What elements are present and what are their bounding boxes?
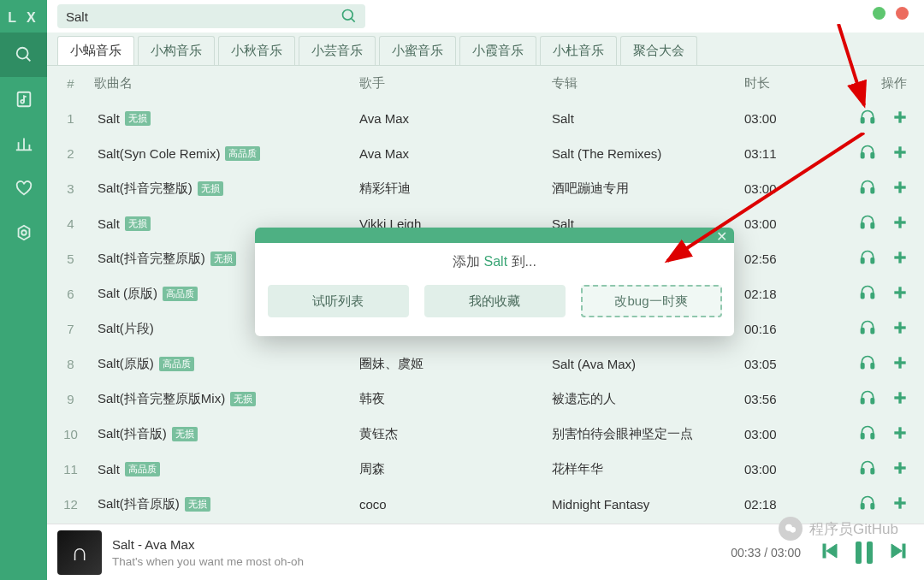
svg-rect-45 — [871, 399, 874, 404]
svg-rect-41 — [871, 364, 874, 369]
modal-option-1[interactable]: 我的收藏 — [424, 285, 566, 317]
row-length: 03:00 — [744, 462, 838, 476]
row-name: Salt(抖音原版)无损 — [94, 496, 359, 512]
modal-close-button[interactable]: ✕ — [714, 228, 729, 245]
table-row[interactable]: 12Salt(抖音原版)无损cocoMidnight Fantasy02:18 — [47, 487, 924, 522]
headphone-icon — [859, 319, 876, 336]
plus-icon — [891, 389, 909, 406]
pause-button[interactable] — [856, 542, 873, 564]
row-index: 8 — [47, 357, 94, 371]
row-name: Salt无损 — [94, 111, 359, 126]
listen-button[interactable] — [859, 459, 876, 479]
sidebar-item-library[interactable] — [0, 77, 47, 121]
quality-badge: 无损 — [210, 252, 236, 266]
add-button[interactable] — [891, 144, 909, 163]
listen-button[interactable] — [859, 284, 876, 304]
quality-badge: 无损 — [125, 111, 151, 126]
search-input[interactable] — [66, 9, 338, 24]
prev-button[interactable] — [820, 541, 840, 564]
search-icon — [15, 45, 33, 64]
row-artist: coco — [359, 497, 552, 512]
next-button[interactable] — [888, 541, 909, 564]
plus-icon — [891, 284, 909, 301]
modal-option-2[interactable]: 改bug一时爽 — [581, 285, 722, 317]
row-length: 02:18 — [744, 497, 838, 512]
row-index: 4 — [47, 216, 94, 231]
table-row[interactable]: 10Salt(抖音版)无损黄钰杰别害怕待会眼神坚定一点03:00 — [47, 417, 924, 452]
gear-icon — [15, 223, 33, 242]
sidebar-item-favorite[interactable] — [0, 166, 47, 210]
table-row[interactable]: 2Salt(Syn Cole Remix)高品质Ava MaxSalt (The… — [47, 136, 924, 171]
listen-button[interactable] — [859, 214, 876, 234]
listen-button[interactable] — [859, 144, 876, 163]
listen-button[interactable] — [859, 179, 876, 198]
listen-button[interactable] — [859, 424, 876, 444]
table-row[interactable]: 3Salt(抖音完整版)无损精彩轩迪酒吧蹦迪专用03:00 — [47, 171, 924, 206]
minimize-button[interactable] — [873, 7, 886, 20]
add-button[interactable] — [891, 494, 909, 514]
row-artist: Ava Max — [359, 146, 552, 161]
add-button[interactable] — [891, 249, 909, 269]
table-row[interactable]: 11Salt高品质周森花样年华03:00 — [47, 452, 924, 487]
svg-rect-63 — [903, 544, 905, 558]
quality-badge: 无损 — [185, 497, 210, 512]
modal-option-0[interactable]: 试听列表 — [268, 285, 409, 317]
add-button[interactable] — [891, 459, 909, 479]
listen-button[interactable] — [859, 354, 876, 374]
plus-icon — [891, 214, 909, 231]
row-length: 02:56 — [744, 252, 838, 266]
table-row[interactable]: 9Salt(抖音完整原版Mix)无损韩夜被遗忘的人03:56 — [47, 382, 924, 417]
prev-icon — [820, 541, 840, 561]
listen-button[interactable] — [859, 319, 876, 339]
add-button[interactable] — [891, 284, 909, 304]
tab-source-5[interactable]: 小霞音乐 — [459, 36, 536, 65]
plus-icon — [891, 459, 909, 476]
tab-source-7[interactable]: 聚合大会 — [620, 36, 697, 65]
close-button[interactable] — [896, 7, 909, 20]
add-button[interactable] — [891, 109, 909, 128]
tab-source-1[interactable]: 小构音乐 — [138, 36, 215, 65]
sidebar-item-charts[interactable] — [0, 121, 47, 166]
add-button[interactable] — [891, 354, 909, 374]
bars-icon — [15, 134, 33, 153]
source-tabs: 小蜗音乐小构音乐小秋音乐小芸音乐小蜜音乐小霞音乐小杜音乐聚合大会 — [47, 33, 924, 66]
tab-source-3[interactable]: 小芸音乐 — [299, 36, 376, 65]
listen-button[interactable] — [859, 389, 876, 409]
sidebar-item-settings[interactable] — [0, 210, 47, 255]
plus-icon — [891, 179, 909, 196]
quality-badge: 无损 — [172, 427, 198, 441]
row-length: 03:00 — [744, 111, 838, 126]
headphone-icon — [859, 284, 876, 301]
plus-icon — [891, 144, 909, 161]
sidebar-item-search[interactable] — [0, 33, 47, 77]
row-name: Salt(抖音完整原版Mix)无损 — [94, 391, 359, 407]
row-index: 10 — [47, 427, 94, 441]
add-button[interactable] — [891, 319, 909, 339]
headphone-icon — [859, 214, 876, 231]
quality-badge: 无损 — [230, 392, 256, 406]
tab-source-4[interactable]: 小蜜音乐 — [379, 36, 456, 65]
col-length-header: 时长 — [744, 75, 838, 92]
svg-rect-61 — [823, 544, 826, 558]
track-cover[interactable]: ∩ — [57, 530, 102, 575]
svg-rect-36 — [862, 328, 864, 334]
table-row[interactable]: 8Salt(原版)高品质圈妹、虞姬Salt (Ava Max)03:05 — [47, 346, 924, 382]
svg-rect-13 — [871, 118, 874, 123]
headphone-icon — [859, 249, 876, 266]
listen-button[interactable] — [859, 494, 876, 514]
search-box[interactable] — [57, 4, 365, 28]
listen-button[interactable] — [859, 249, 876, 269]
svg-rect-25 — [871, 223, 874, 228]
search-button[interactable] — [338, 8, 360, 25]
add-button[interactable] — [891, 424, 909, 444]
svg-rect-28 — [862, 258, 864, 263]
tab-source-2[interactable]: 小秋音乐 — [218, 36, 295, 65]
svg-line-1 — [26, 57, 30, 62]
listen-button[interactable] — [859, 109, 876, 128]
table-row[interactable]: 1Salt无损Ava MaxSalt03:00 — [47, 101, 924, 136]
add-button[interactable] — [891, 214, 909, 234]
add-button[interactable] — [891, 179, 909, 198]
tab-source-0[interactable]: 小蜗音乐 — [57, 36, 134, 65]
tab-source-6[interactable]: 小杜音乐 — [540, 36, 617, 65]
add-button[interactable] — [891, 389, 909, 409]
